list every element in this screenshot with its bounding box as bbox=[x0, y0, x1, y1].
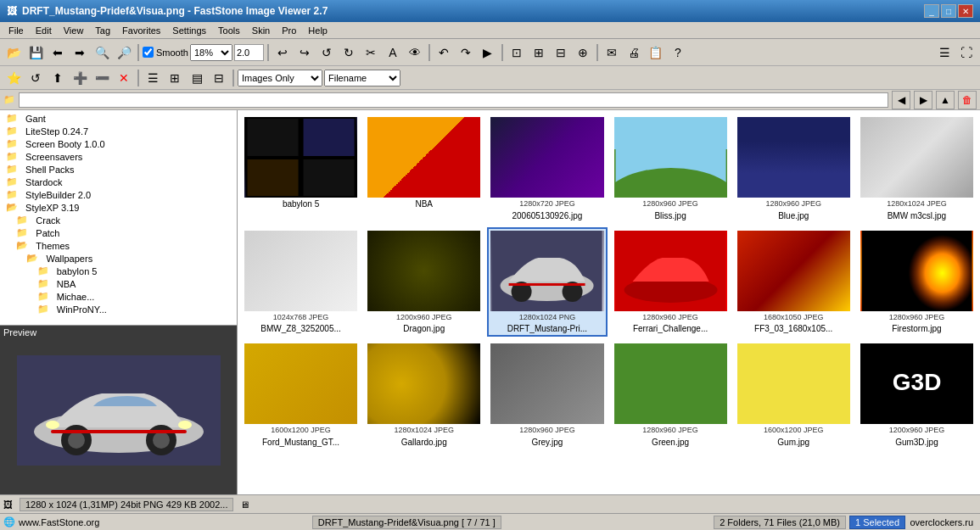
thumbnail-item[interactable]: 1280x960 JPEGBliss.jpg bbox=[611, 114, 731, 224]
thumbnail-item[interactable]: 1280x960 JPEGFirestorm.jpg bbox=[857, 227, 977, 338]
minimize-button[interactable]: _ bbox=[924, 4, 939, 18]
thumb-view-button[interactable]: ⊞ bbox=[165, 68, 185, 88]
menu-tag[interactable]: Tag bbox=[90, 25, 115, 36]
filter-select[interactable]: Images Only All Files bbox=[238, 70, 322, 86]
tree-item-winprony...[interactable]: 📁 WinProNY... bbox=[2, 303, 235, 315]
tree-item-label: Stardock bbox=[25, 177, 62, 187]
tree-item-gant[interactable]: 📁 Gant bbox=[2, 112, 235, 125]
zoom-step-input[interactable] bbox=[234, 44, 264, 61]
help2-button[interactable]: ? bbox=[668, 42, 688, 63]
nav-delete-button[interactable]: 🗑 bbox=[958, 91, 977, 109]
zoom-fit-button[interactable]: ⊡ bbox=[507, 42, 527, 63]
compare-button[interactable]: ⊟ bbox=[551, 42, 571, 63]
menu-favorites[interactable]: Favorites bbox=[117, 25, 165, 36]
slideshow-button[interactable]: ▶ bbox=[478, 42, 498, 63]
next-folder-button[interactable]: ➡ bbox=[70, 42, 90, 63]
search-button[interactable]: 🔍 bbox=[92, 42, 112, 63]
thumbnail-item[interactable]: babylon 5 bbox=[241, 114, 361, 224]
tree-item-screensavers[interactable]: 📁 Screensavers bbox=[2, 150, 235, 163]
menu-skin[interactable]: Skin bbox=[247, 25, 275, 36]
tree-item-themes[interactable]: 📂 Themes bbox=[2, 239, 235, 252]
tree-item-stylebuilder-2.0[interactable]: 📁 StyleBuilder 2.0 bbox=[2, 188, 235, 201]
tree-item-shell-packs[interactable]: 📁 Shell Packs bbox=[2, 163, 235, 176]
thumbnail-item[interactable]: NBA bbox=[364, 114, 484, 224]
thumbnail-info: 1280x960 JPEG bbox=[614, 199, 727, 209]
detail-view-button[interactable]: ▤ bbox=[187, 68, 207, 88]
thumbnail-item[interactable]: 1600x1200 JPEGGum.jpg bbox=[734, 340, 854, 450]
crop-button[interactable]: ✂ bbox=[361, 42, 381, 63]
tree-item-babylon-5[interactable]: 📁 babylon 5 bbox=[2, 265, 235, 277]
indent bbox=[3, 292, 35, 302]
thumbnail-item[interactable]: 1600x1200 JPEGFord_Mustang_GT... bbox=[241, 340, 361, 450]
up-button[interactable]: ⬆ bbox=[48, 68, 68, 88]
tree-item-patch[interactable]: 📁 Patch bbox=[2, 226, 235, 239]
tree-item-litestep-0.24.7[interactable]: 📁 LiteStep 0.24.7 bbox=[2, 125, 235, 137]
fullscreen-button[interactable]: ⛶ bbox=[956, 42, 977, 63]
save-button[interactable]: 💾 bbox=[25, 42, 46, 63]
thumbnail-item[interactable]: 1200x960 JPEGDragon.jpg bbox=[364, 227, 484, 338]
thumbnail-item[interactable]: 1280x720 JPEG200605130926.jpg bbox=[487, 114, 607, 224]
panel-toggle-button[interactable]: ☰ bbox=[934, 42, 955, 63]
tree-item-michae...[interactable]: 📁 Michae... bbox=[2, 290, 235, 303]
rotate-right-button[interactable]: ↻ bbox=[339, 42, 359, 63]
thumbnail-item[interactable]: 1680x1050 JPEGFF3_03_1680x105... bbox=[734, 227, 854, 338]
remove-tag-button[interactable]: ➖ bbox=[92, 68, 112, 88]
multi-button[interactable]: ⊕ bbox=[573, 42, 593, 63]
thumbnail-item[interactable]: 1280x1024 PNGDRFT_Mustang-Pri... bbox=[487, 227, 607, 338]
thumbnail-item[interactable]: 1280x960 JPEGGreen.jpg bbox=[611, 340, 731, 450]
delete-button[interactable]: ✕ bbox=[114, 68, 134, 88]
add-tag-button[interactable]: ➕ bbox=[70, 68, 90, 88]
nav-up-button[interactable]: ▲ bbox=[936, 91, 955, 109]
forward-button[interactable]: ↪ bbox=[294, 42, 315, 63]
print-button[interactable]: 🖨 bbox=[624, 42, 644, 63]
address-input[interactable]: G:\Soft\Utilities\Desktop\StyleXP 3.19\T… bbox=[19, 92, 888, 108]
smooth-option: Smooth bbox=[143, 47, 188, 58]
refresh-button[interactable]: ↺ bbox=[25, 68, 46, 88]
tree-item-stylexp-3.19[interactable]: 📂 StyleXP 3.19 bbox=[2, 201, 235, 214]
tree-item-nba[interactable]: 📁 NBA bbox=[2, 277, 235, 290]
smooth-checkbox[interactable] bbox=[143, 47, 154, 58]
strip-view-button[interactable]: ⊟ bbox=[209, 68, 229, 88]
thumbnail-item[interactable]: 1280x1024 JPEGGallardo.jpg bbox=[364, 340, 484, 450]
zoom-select[interactable]: 18% 25% 50% 100% bbox=[190, 44, 232, 61]
thumbnail-item[interactable]: 1280x960 JPEGFerrari_Challenge... bbox=[611, 227, 731, 338]
close-button[interactable]: ✕ bbox=[958, 4, 973, 18]
nav-back-button[interactable]: ◀ bbox=[892, 91, 910, 109]
tree-item-wallpapers[interactable]: 📂 Wallpapers bbox=[2, 252, 235, 265]
tree-item-screen-booty-1.0.0[interactable]: 📁 Screen Booty 1.0.0 bbox=[2, 137, 235, 150]
email-button[interactable]: ✉ bbox=[602, 42, 622, 63]
text-button[interactable]: A bbox=[383, 42, 403, 63]
redo-button[interactable]: ↷ bbox=[456, 42, 476, 63]
thumbnail-item[interactable]: 1024x768 JPEGBMW_Z8_3252005... bbox=[241, 227, 361, 338]
menu-settings[interactable]: Settings bbox=[167, 25, 211, 36]
thumbnail-item[interactable]: 1280x1024 JPEGBMW m3csl.jpg bbox=[857, 114, 977, 224]
sort-select[interactable]: Filename Date Size bbox=[324, 70, 400, 86]
menu-help[interactable]: Help bbox=[303, 25, 333, 36]
menu-tools[interactable]: Tools bbox=[213, 25, 245, 36]
search2-button[interactable]: 🔎 bbox=[114, 42, 134, 63]
thumbnail-item[interactable]: G3D1200x960 JPEGGum3D.jpg bbox=[857, 340, 977, 450]
tree-item-stardock[interactable]: 📁 Stardock bbox=[2, 176, 235, 188]
rotate-left-button[interactable]: ↺ bbox=[316, 42, 337, 63]
copy-button[interactable]: 📋 bbox=[646, 42, 666, 63]
prev-folder-button[interactable]: ⬅ bbox=[48, 42, 68, 63]
undo-button[interactable]: ↶ bbox=[434, 42, 454, 63]
menu-edit[interactable]: Edit bbox=[31, 25, 57, 36]
maximize-button[interactable]: □ bbox=[941, 4, 956, 18]
indent bbox=[3, 266, 35, 276]
thumbnail-item[interactable]: 1280x960 JPEGGrey.jpg bbox=[487, 340, 607, 450]
menu-pro[interactable]: Pro bbox=[277, 25, 301, 36]
open-button[interactable]: 📂 bbox=[3, 42, 24, 63]
menu-view[interactable]: View bbox=[59, 25, 89, 36]
thumbnail-item[interactable]: 1280x960 JPEGBlue.jpg bbox=[734, 114, 854, 224]
indent bbox=[3, 215, 14, 226]
eye-button[interactable]: 👁 bbox=[405, 42, 425, 63]
star-button[interactable]: ⭐ bbox=[3, 68, 24, 88]
zoom-actual-button[interactable]: ⊞ bbox=[529, 42, 549, 63]
menu-file[interactable]: File bbox=[3, 25, 29, 36]
tree-item-crack[interactable]: 📁 Crack bbox=[2, 214, 235, 226]
thumbnail-image bbox=[367, 231, 480, 311]
nav-forward-button[interactable]: ▶ bbox=[914, 91, 932, 109]
list-view-button[interactable]: ☰ bbox=[143, 68, 163, 88]
back-button[interactable]: ↩ bbox=[272, 42, 293, 63]
